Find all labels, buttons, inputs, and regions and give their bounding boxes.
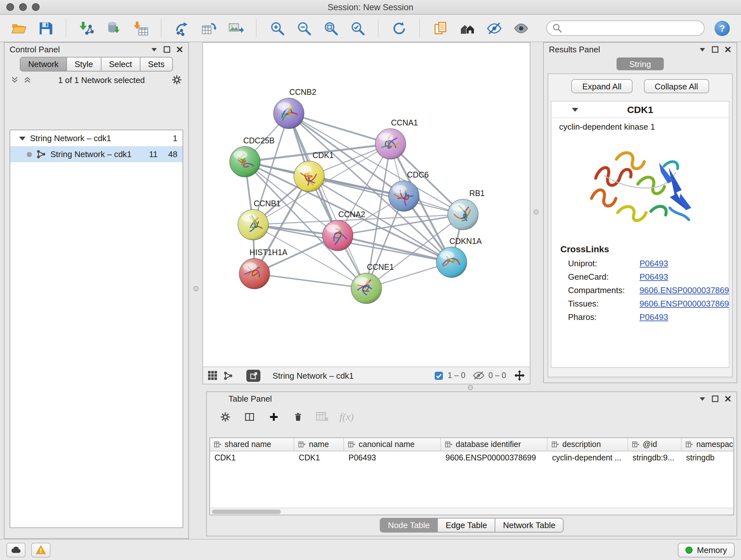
column-header[interactable]: database identifier	[441, 438, 548, 451]
node-CCNA1[interactable]: CCNA1	[375, 118, 418, 159]
panel-close-icon[interactable]	[724, 395, 731, 402]
tree-caret-icon[interactable]	[19, 136, 25, 140]
splitter-handle[interactable]	[468, 385, 473, 390]
panel-menu-icon[interactable]	[699, 395, 706, 402]
delete-column-button[interactable]	[291, 410, 305, 424]
zoom-window-button[interactable]	[32, 3, 40, 11]
close-window-button[interactable]	[6, 3, 14, 11]
zoom-fit-button[interactable]	[320, 18, 341, 38]
column-header[interactable]: description	[548, 438, 628, 451]
column-header[interactable]: canonical name	[344, 438, 441, 451]
network-graph[interactable]: CCNB2CCNA1CDC25BCDK1CDC6RB1CCNB1CCNA2CDK…	[203, 43, 530, 367]
show-columns-button[interactable]	[243, 410, 257, 424]
edge[interactable]	[289, 113, 391, 144]
panel-menu-icon[interactable]	[699, 46, 706, 53]
crosslink-value-link[interactable]: 9606.ENSP00000378699	[639, 299, 730, 308]
crosslink-value-link[interactable]: P06493	[639, 272, 668, 282]
table-cell[interactable]: CDK1	[294, 451, 344, 464]
copy-annotations-button[interactable]	[429, 18, 451, 38]
birdseye-grid-icon[interactable]	[207, 370, 218, 381]
table-cell[interactable]: 9606.ENSP00000378699	[441, 451, 548, 464]
gear-icon[interactable]	[172, 75, 182, 85]
clone-network-button[interactable]	[198, 18, 219, 38]
minimize-window-button[interactable]	[19, 3, 27, 11]
crosslink-value-link[interactable]: P06493	[639, 312, 668, 322]
network-row[interactable]: String Network – cdk1 11 48	[10, 146, 183, 162]
search-box[interactable]	[546, 20, 704, 36]
tab-string[interactable]: String	[616, 57, 664, 70]
tab-node-table[interactable]: Node Table	[380, 518, 438, 533]
show-eye-button[interactable]	[510, 18, 532, 38]
help-button[interactable]: ?	[714, 19, 731, 37]
hidden-eye-icon[interactable]	[473, 370, 484, 381]
table-row[interactable]: CDK1CDK1P064939606.ENSP00000378699cyclin…	[210, 451, 733, 464]
column-header[interactable]: @id	[628, 438, 682, 451]
table-cell[interactable]: stringdb:9...	[628, 451, 682, 464]
protein-collapse-icon[interactable]	[572, 108, 578, 111]
network-canvas[interactable]: CCNB2CCNA1CDC25BCDK1CDC6RB1CCNB1CCNA2CDK…	[203, 43, 530, 367]
expand-all-icon[interactable]	[23, 76, 31, 84]
scrollbar-thumb[interactable]	[212, 509, 281, 514]
node-CDKN1A[interactable]: CDKN1A	[436, 237, 482, 278]
function-builder-button[interactable]: f(x)	[340, 411, 354, 423]
node-CDK1[interactable]: CDK1	[294, 151, 334, 192]
table-settings-button[interactable]	[218, 410, 232, 424]
panel-menu-icon[interactable]	[151, 46, 158, 53]
crosslink-value-link[interactable]: 9606.ENSP00000378699	[639, 286, 730, 295]
splitter-handle[interactable]	[193, 286, 199, 291]
zoom-selected-button[interactable]	[347, 18, 368, 38]
node-RB1[interactable]: RB1	[448, 189, 485, 230]
home-button[interactable]	[456, 18, 478, 38]
panel-float-icon[interactable]	[163, 46, 171, 53]
memory-button[interactable]: Memory	[678, 543, 735, 557]
network-from-selection-button[interactable]	[171, 18, 193, 38]
splitter-handle[interactable]	[534, 209, 539, 214]
fit-move-icon[interactable]	[514, 370, 525, 381]
table-cell[interactable]: P06493	[344, 451, 441, 464]
column-header[interactable]: name	[294, 438, 344, 451]
network-share-icon[interactable]	[223, 371, 233, 380]
export-image-button[interactable]	[225, 18, 246, 38]
add-column-button[interactable]	[267, 410, 281, 424]
table-cell[interactable]: CDK1	[210, 451, 294, 464]
collapse-all-button[interactable]: Collapse All	[644, 79, 709, 93]
table-cell[interactable]: cyclin-dependent ...	[548, 451, 628, 464]
node-CCNB1[interactable]: CCNB1	[238, 199, 281, 240]
selected-checkbox-icon[interactable]	[434, 371, 444, 380]
tab-network[interactable]: Network	[20, 57, 67, 71]
panel-float-icon[interactable]	[712, 395, 719, 402]
tab-edge-table[interactable]: Edge Table	[438, 518, 495, 533]
panel-close-icon[interactable]	[176, 46, 183, 53]
collapse-all-icon[interactable]	[11, 76, 18, 84]
cloud-status-button[interactable]	[6, 543, 25, 557]
tab-sets[interactable]: Sets	[140, 57, 173, 71]
column-header[interactable]: shared name	[210, 438, 294, 451]
import-network-file-button[interactable]	[76, 18, 98, 38]
edge[interactable]	[254, 273, 366, 288]
zoom-out-button[interactable]	[293, 18, 315, 38]
edge[interactable]	[289, 113, 366, 288]
protein-header[interactable]: CDK1	[551, 102, 729, 118]
node-CDC25B[interactable]: CDC25B	[230, 136, 275, 177]
tab-select[interactable]: Select	[101, 57, 140, 71]
import-table-button[interactable]	[130, 18, 151, 38]
zoom-in-button[interactable]	[266, 18, 288, 38]
expand-all-button[interactable]: Expand All	[571, 79, 632, 93]
warnings-button[interactable]	[31, 543, 51, 557]
panel-close-icon[interactable]	[724, 46, 731, 53]
search-input[interactable]	[566, 23, 699, 33]
network-collection-row[interactable]: String Network – cdk1 1	[10, 130, 183, 146]
delete-table-button[interactable]	[315, 410, 329, 424]
table-cell[interactable]: stringdb	[682, 451, 734, 464]
panel-float-icon[interactable]	[712, 46, 719, 53]
open-session-button[interactable]	[8, 18, 29, 38]
hide-unhide-button[interactable]	[483, 18, 505, 38]
node-HIST1H1A[interactable]: HIST1H1A	[239, 248, 288, 289]
refresh-button[interactable]	[388, 18, 410, 38]
import-network-db-button[interactable]	[103, 18, 125, 38]
tab-network-table[interactable]: Network Table	[495, 518, 563, 533]
crosslink-value-link[interactable]: P06493	[639, 259, 668, 268]
node-CCNB2[interactable]: CCNB2	[273, 87, 316, 129]
export-network-button[interactable]	[246, 369, 260, 381]
tab-style[interactable]: Style	[67, 57, 102, 71]
